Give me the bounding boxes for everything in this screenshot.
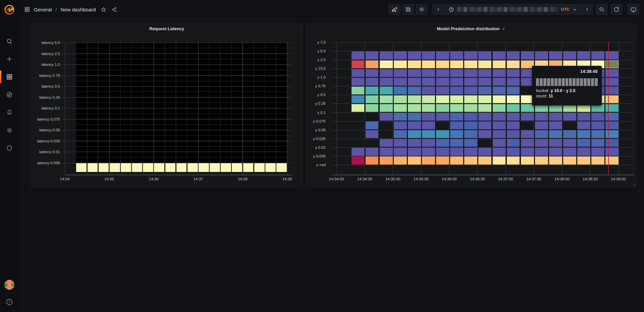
heatmap-cell[interactable] xyxy=(478,51,491,59)
heatmap-cell-empty[interactable] xyxy=(210,120,220,124)
heatmap-cell[interactable] xyxy=(436,113,449,121)
heatmap-cell[interactable] xyxy=(352,95,365,103)
heatmap-cell-empty[interactable] xyxy=(187,48,198,53)
heatmap-cell[interactable] xyxy=(380,139,393,147)
heatmap-cell-empty[interactable] xyxy=(210,103,220,108)
heatmap-cell-empty[interactable] xyxy=(88,120,98,124)
heatmap-cell-empty[interactable] xyxy=(221,103,231,108)
heatmap-cell-empty[interactable] xyxy=(121,158,131,162)
heatmap-cell[interactable] xyxy=(422,130,435,138)
heatmap-cell[interactable] xyxy=(493,122,506,129)
heatmap-cell-empty[interactable] xyxy=(210,59,220,64)
heatmap-cell-empty[interactable] xyxy=(243,114,254,119)
heatmap-cell-empty[interactable] xyxy=(121,141,131,146)
heatmap-cell[interactable] xyxy=(352,78,365,86)
heatmap-cell-filled[interactable] xyxy=(143,163,153,172)
heatmap-cell-empty[interactable] xyxy=(154,103,164,108)
heatmap-cell[interactable] xyxy=(380,95,393,103)
heatmap-cell-empty[interactable] xyxy=(110,125,120,130)
heatmap-cell-empty[interactable] xyxy=(210,147,220,151)
heatmap-cell-empty[interactable] xyxy=(210,158,220,162)
dashboard-settings-button[interactable] xyxy=(416,4,427,15)
heatmap-cell-empty[interactable] xyxy=(187,136,198,140)
heatmap-cell-empty[interactable] xyxy=(232,92,242,97)
heatmap-cell[interactable] xyxy=(394,69,407,77)
heatmap-cell-empty[interactable] xyxy=(143,130,153,135)
heatmap-cell-empty[interactable] xyxy=(143,81,153,86)
heatmap-cell-empty[interactable] xyxy=(243,48,254,53)
heatmap-cell-empty[interactable] xyxy=(210,65,220,70)
heatmap-cell-empty[interactable] xyxy=(276,54,287,59)
heatmap-cell-empty[interactable] xyxy=(243,103,254,108)
heatmap-cell-empty[interactable] xyxy=(265,158,276,162)
heatmap-cell-empty[interactable] xyxy=(276,76,287,81)
heatmap-cell-filled[interactable] xyxy=(88,163,98,172)
heatmap-cell-empty[interactable] xyxy=(276,108,287,113)
heatmap-cell-empty[interactable] xyxy=(143,141,153,146)
heatmap-cell-empty[interactable] xyxy=(176,130,187,135)
heatmap-cell-empty[interactable] xyxy=(154,130,164,135)
heatmap-cell-empty[interactable] xyxy=(154,158,164,162)
heatmap-cell-empty[interactable] xyxy=(276,59,287,64)
heatmap-cell-empty[interactable] xyxy=(199,59,209,64)
heatmap-cell-empty[interactable] xyxy=(232,114,242,119)
heatmap-cell-empty[interactable] xyxy=(88,54,98,59)
heatmap-cell[interactable] xyxy=(507,122,520,129)
heatmap-cell-empty[interactable] xyxy=(232,147,242,151)
heatmap-cell-empty[interactable] xyxy=(99,108,109,113)
heatmap-cell-empty[interactable] xyxy=(143,92,153,97)
sidebar-item-dashboards[interactable] xyxy=(0,70,19,84)
heatmap-cell-empty[interactable] xyxy=(76,92,87,97)
heatmap-cell[interactable] xyxy=(493,104,506,112)
heatmap-cell[interactable] xyxy=(366,95,379,103)
heatmap-cell-empty[interactable] xyxy=(88,152,98,157)
heatmap-cell-empty[interactable] xyxy=(76,48,87,53)
heatmap-cell-empty[interactable] xyxy=(76,87,87,91)
heatmap-cell[interactable] xyxy=(394,87,407,94)
heatmap-cell-empty[interactable] xyxy=(221,76,231,81)
heatmap-cell[interactable] xyxy=(394,130,407,138)
heatmap-cell[interactable] xyxy=(493,139,506,147)
heatmap-cell-empty[interactable] xyxy=(176,108,187,113)
heatmap-cell-empty[interactable] xyxy=(121,120,131,124)
heatmap-cell-empty[interactable] xyxy=(176,120,187,124)
heatmap-cell-empty[interactable] xyxy=(232,108,242,113)
heatmap-cell-empty[interactable] xyxy=(199,54,209,59)
heatmap-cell[interactable] xyxy=(394,148,407,155)
heatmap-cell[interactable] xyxy=(535,113,548,121)
heatmap-cell[interactable] xyxy=(464,95,477,103)
heatmap-cell[interactable] xyxy=(507,157,520,164)
heatmap-cell-empty[interactable] xyxy=(76,76,87,81)
heatmap-cell-empty[interactable] xyxy=(154,92,164,97)
heatmap-cell[interactable] xyxy=(549,122,562,129)
heatmap-cell-empty[interactable] xyxy=(132,158,142,162)
heatmap-cell-empty[interactable] xyxy=(154,152,164,157)
heatmap-cell[interactable] xyxy=(605,78,619,86)
heatmap-cell-empty[interactable] xyxy=(221,152,231,157)
heatmap-cell-empty[interactable] xyxy=(88,136,98,140)
heatmap-cell[interactable] xyxy=(380,60,393,68)
heatmap-cell-empty[interactable] xyxy=(276,136,287,140)
heatmap-cell-empty[interactable] xyxy=(221,130,231,135)
heatmap-cell-empty[interactable] xyxy=(154,98,164,102)
heatmap-cell[interactable] xyxy=(563,139,576,147)
heatmap-cell-empty[interactable] xyxy=(165,108,176,113)
heatmap-cell[interactable] xyxy=(422,51,435,59)
heatmap-cell-empty[interactable] xyxy=(132,81,142,86)
heatmap-cell-empty[interactable] xyxy=(176,98,187,102)
heatmap-cell[interactable] xyxy=(352,148,365,155)
heatmap-cell-empty[interactable] xyxy=(254,158,265,162)
heatmap-cell[interactable] xyxy=(450,157,463,164)
heatmap-cell[interactable] xyxy=(422,78,435,86)
heatmap-cell-empty[interactable] xyxy=(99,54,109,59)
heatmap-cell[interactable] xyxy=(507,60,520,68)
sidebar-item-explore[interactable] xyxy=(0,88,19,101)
heatmap-cell[interactable] xyxy=(577,130,590,138)
heatmap-cell[interactable] xyxy=(507,113,520,121)
heatmap-cell[interactable] xyxy=(507,51,520,59)
heatmap-cell-filled[interactable] xyxy=(221,163,231,172)
heatmap-cell-empty[interactable] xyxy=(276,70,287,75)
heatmap-cell[interactable] xyxy=(591,139,604,147)
heatmap-cell-empty[interactable] xyxy=(265,125,276,130)
user-avatar[interactable] xyxy=(4,280,14,290)
